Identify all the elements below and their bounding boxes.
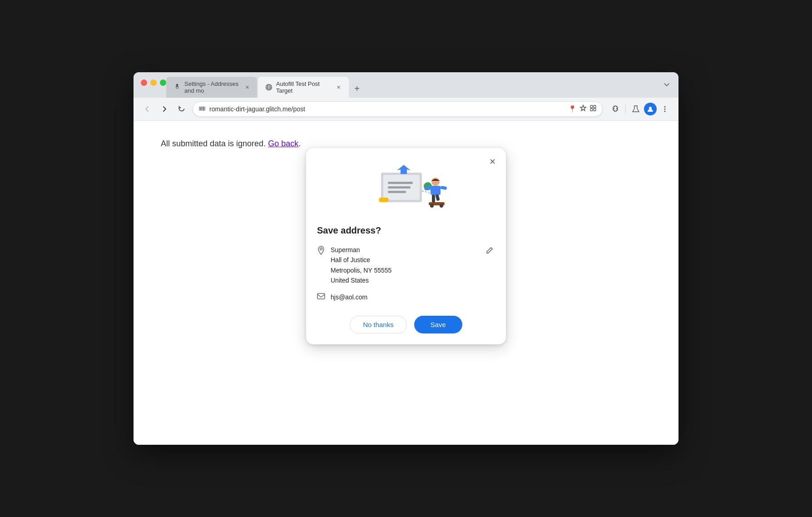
extensions-button[interactable] bbox=[609, 103, 622, 115]
autofill-popup: ✕ bbox=[306, 148, 506, 344]
svg-point-32 bbox=[431, 178, 440, 186]
title-bar: Settings - Addresses and mo ✕ Autofill T… bbox=[134, 72, 678, 98]
svg-point-6 bbox=[203, 106, 204, 108]
menu-dots-icon bbox=[661, 105, 669, 113]
location-icon[interactable]: 📍 bbox=[568, 105, 577, 113]
tabs-container: Settings - Addresses and mo ✕ Autofill T… bbox=[166, 77, 364, 98]
gear-icon bbox=[173, 84, 181, 91]
close-traffic-light[interactable] bbox=[141, 80, 147, 86]
bookmark-icon[interactable] bbox=[579, 104, 587, 114]
popup-actions: No thanks Save bbox=[317, 316, 495, 333]
chevron-down-icon bbox=[663, 82, 670, 88]
address-bar: romantic-dirt-jaguar.glitch.me/post 📍 bbox=[134, 98, 678, 121]
svg-rect-27 bbox=[388, 186, 411, 189]
address-line2: Metropolis, NY 55555 bbox=[331, 265, 479, 275]
back-button[interactable] bbox=[141, 103, 153, 115]
svg-point-39 bbox=[430, 204, 434, 208]
go-back-link[interactable]: Go back bbox=[268, 139, 298, 148]
globe-icon bbox=[265, 84, 272, 91]
reload-icon bbox=[178, 105, 185, 113]
page-body-text: All submitted data is ignored. Go back. bbox=[161, 139, 651, 149]
pin-icon bbox=[317, 246, 325, 255]
email-address: hjs@aol.com bbox=[331, 293, 367, 301]
address-line3: United States bbox=[331, 275, 479, 285]
popup-title: Save address? bbox=[317, 225, 495, 236]
extensions-toolbar-icon bbox=[611, 105, 619, 113]
tab-autofill[interactable]: Autofill Test Post Target ✕ bbox=[258, 77, 349, 98]
maximize-traffic-light[interactable] bbox=[160, 80, 166, 86]
svg-point-22 bbox=[664, 109, 666, 110]
reload-button[interactable] bbox=[175, 103, 188, 115]
url-text: romantic-dirt-jaguar.glitch.me/post bbox=[209, 105, 564, 113]
page-content: All submitted data is ignored. Go back. … bbox=[134, 121, 678, 445]
email-block: hjs@aol.com bbox=[317, 293, 495, 301]
autofill-tab-close[interactable]: ✕ bbox=[335, 84, 342, 91]
settings-tab-close[interactable]: ✕ bbox=[244, 84, 250, 91]
svg-rect-15 bbox=[590, 105, 593, 108]
extensions-icon[interactable] bbox=[589, 104, 597, 114]
pencil-icon bbox=[486, 247, 493, 254]
svg-rect-17 bbox=[590, 109, 593, 111]
back-icon bbox=[144, 105, 151, 113]
svg-rect-34 bbox=[432, 194, 435, 203]
settings-tab-label: Settings - Addresses and mo bbox=[184, 80, 239, 94]
menu-button[interactable] bbox=[659, 103, 671, 115]
location-pin-icon bbox=[317, 246, 325, 257]
edit-address-button[interactable] bbox=[484, 245, 495, 258]
tab-settings[interactable]: Settings - Addresses and mo ✕ bbox=[166, 77, 257, 98]
envelope-icon bbox=[317, 293, 325, 299]
svg-rect-35 bbox=[435, 194, 440, 201]
svg-rect-31 bbox=[379, 198, 389, 202]
minimize-traffic-light[interactable] bbox=[150, 80, 157, 86]
forward-button[interactable] bbox=[158, 103, 171, 115]
puzzle-icon bbox=[589, 104, 597, 112]
security-icon bbox=[198, 105, 206, 114]
address-illustration bbox=[361, 159, 451, 218]
address-block: Superman Hall of Justice Metropolis, NY … bbox=[317, 245, 495, 286]
save-button[interactable]: Save bbox=[414, 316, 462, 333]
svg-point-40 bbox=[440, 204, 443, 208]
svg-point-23 bbox=[664, 111, 666, 112]
tabs-dropdown-button[interactable] bbox=[660, 79, 673, 91]
svg-rect-42 bbox=[317, 293, 325, 299]
svg-rect-37 bbox=[440, 186, 447, 190]
url-bar[interactable]: romantic-dirt-jaguar.glitch.me/post 📍 bbox=[193, 101, 603, 117]
new-tab-button[interactable]: + bbox=[350, 81, 364, 96]
address-line1: Hall of Justice bbox=[331, 255, 479, 265]
svg-rect-16 bbox=[594, 105, 596, 108]
toolbar-icons bbox=[609, 103, 671, 115]
email-icon bbox=[317, 293, 325, 301]
flask-icon bbox=[632, 105, 640, 113]
svg-rect-26 bbox=[388, 182, 413, 184]
lab-button[interactable] bbox=[629, 103, 642, 115]
svg-rect-28 bbox=[388, 191, 406, 193]
address-name: Superman bbox=[331, 245, 479, 255]
star-icon bbox=[579, 104, 587, 112]
page-static-text: All submitted data is ignored. bbox=[161, 139, 266, 148]
svg-marker-14 bbox=[580, 105, 586, 111]
no-thanks-button[interactable]: No thanks bbox=[350, 316, 407, 333]
tune-icon bbox=[198, 105, 206, 112]
forward-icon bbox=[161, 105, 168, 113]
svg-point-21 bbox=[664, 106, 666, 108]
browser-window: Settings - Addresses and mo ✕ Autofill T… bbox=[134, 72, 678, 445]
svg-point-5 bbox=[200, 108, 202, 109]
address-lines: Superman Hall of Justice Metropolis, NY … bbox=[331, 245, 479, 286]
profile-icon bbox=[647, 106, 654, 112]
popup-illustration bbox=[317, 159, 495, 218]
popup-close-button[interactable]: ✕ bbox=[486, 155, 499, 168]
svg-rect-18 bbox=[594, 109, 596, 111]
url-action-icons: 📍 bbox=[568, 104, 597, 114]
period: . bbox=[298, 139, 301, 148]
traffic-lights bbox=[141, 80, 166, 86]
svg-point-7 bbox=[203, 109, 204, 110]
toolbar-separator bbox=[625, 104, 626, 114]
svg-point-41 bbox=[320, 248, 322, 250]
profile-button[interactable] bbox=[644, 103, 657, 115]
autofill-tab-label: Autofill Test Post Target bbox=[276, 80, 330, 94]
